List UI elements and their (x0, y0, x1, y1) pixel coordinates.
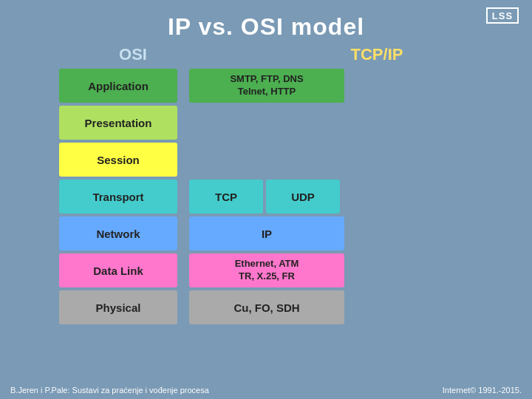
tcp-layer-5: Ethernet, ATMTR, X.25, FR (189, 253, 344, 287)
layer-row: ApplicationSMTP, FTP, DNSTelnet, HTTP (59, 69, 473, 103)
osi-layer-session: Session (59, 143, 177, 177)
tcp-empty-1 (189, 106, 344, 140)
layers-grid: ApplicationSMTP, FTP, DNSTelnet, HTTPPre… (59, 69, 473, 324)
layer-row: Session (59, 143, 473, 177)
osi-column-label: OSI (74, 45, 192, 64)
layer-row: PhysicalCu, FO, SDH (59, 290, 473, 324)
lss-logo: LSS (486, 7, 519, 24)
osi-layer-physical: Physical (59, 290, 177, 324)
tcp-split-3: TCPUDP (189, 180, 340, 214)
tcp-layer-6: Cu, FO, SDH (189, 290, 344, 324)
footer-right: Internet© 1991.-2015. (443, 386, 522, 395)
layer-row: NetworkIP (59, 216, 473, 250)
layer-row: Presentation (59, 106, 473, 140)
osi-layer-transport: Transport (59, 180, 177, 214)
tcp-empty-2 (189, 143, 344, 177)
osi-layer-data-link: Data Link (59, 253, 177, 287)
osi-layer-network: Network (59, 216, 177, 250)
osi-layer-presentation: Presentation (59, 106, 177, 140)
tcp-layer-0: SMTP, FTP, DNSTelnet, HTTP (189, 69, 344, 103)
tcp-udp-half: UDP (266, 180, 340, 214)
page-container: LSS IP vs. OSI model OSI TCP/IP Applicat… (0, 0, 532, 399)
tcp-column-label: TCP/IP (296, 45, 458, 64)
layer-row: TransportTCPUDP (59, 180, 473, 214)
footer-left: B.Jeren i P.Pale: Sustavi za praćenje i … (10, 386, 209, 395)
columns-header: OSI TCP/IP (66, 45, 466, 64)
page-title: IP vs. OSI model (168, 13, 364, 41)
layer-row: Data LinkEthernet, ATMTR, X.25, FR (59, 253, 473, 287)
tcp-tcp-half: TCP (189, 180, 263, 214)
osi-layer-application: Application (59, 69, 177, 103)
footer: B.Jeren i P.Pale: Sustavi za praćenje i … (0, 386, 532, 395)
tcp-layer-4: IP (189, 216, 344, 250)
